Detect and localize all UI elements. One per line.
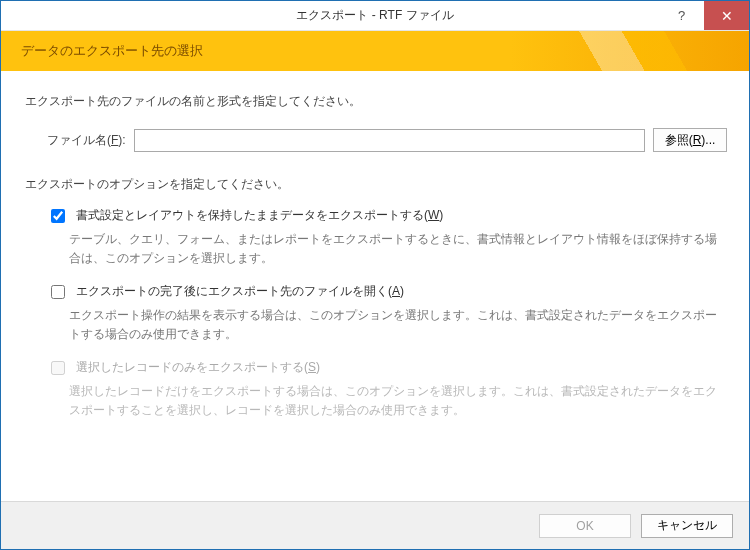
close-button[interactable]: ✕ — [704, 1, 749, 30]
file-name-label: ファイル名(F): — [47, 132, 126, 149]
option-label: 選択したレコードのみをエクスポートする(S) — [76, 359, 320, 376]
option-label: 書式設定とレイアウトを保持したままデータをエクスポートする(W) — [76, 207, 443, 224]
option-description: 選択したレコードだけをエクスポートする場合は、このオプションを選択します。これは… — [69, 382, 727, 419]
option-open-after-export[interactable]: エクスポートの完了後にエクスポート先のファイルを開く(A) — [47, 283, 727, 302]
option-selected-records: 選択したレコードのみをエクスポートする(S) — [47, 359, 727, 378]
checkbox-preserve-formatting[interactable] — [51, 209, 65, 223]
option-description: エクスポート操作の結果を表示する場合は、このオプションを選択します。これは、書式… — [69, 306, 727, 343]
option-description: テーブル、クエリ、フォーム、またはレポートをエクスポートするときに、書式情報とレ… — [69, 230, 727, 267]
banner-heading: データのエクスポート先の選択 — [21, 42, 203, 60]
option-preserve-formatting[interactable]: 書式設定とレイアウトを保持したままデータをエクスポートする(W) — [47, 207, 727, 226]
options-instruction: エクスポートのオプションを指定してください。 — [25, 176, 727, 193]
window-title: エクスポート - RTF ファイル — [1, 7, 749, 24]
ok-button: OK — [539, 514, 631, 538]
file-row: ファイル名(F): 参照(R)... — [47, 128, 727, 152]
cancel-button[interactable]: キャンセル — [641, 514, 733, 538]
instruction-text: エクスポート先のファイルの名前と形式を指定してください。 — [25, 93, 727, 110]
file-name-input[interactable] — [134, 129, 645, 152]
help-button[interactable]: ? — [659, 1, 704, 30]
browse-button[interactable]: 参照(R)... — [653, 128, 727, 152]
window-controls: ? ✕ — [659, 1, 749, 30]
content-area: エクスポート先のファイルの名前と形式を指定してください。 ファイル名(F): 参… — [1, 71, 749, 501]
checkbox-open-after-export[interactable] — [51, 285, 65, 299]
footer: OK キャンセル — [1, 501, 749, 549]
checkbox-selected-records — [51, 361, 65, 375]
banner: データのエクスポート先の選択 — [1, 31, 749, 71]
title-bar: エクスポート - RTF ファイル ? ✕ — [1, 1, 749, 31]
option-label: エクスポートの完了後にエクスポート先のファイルを開く(A) — [76, 283, 404, 300]
